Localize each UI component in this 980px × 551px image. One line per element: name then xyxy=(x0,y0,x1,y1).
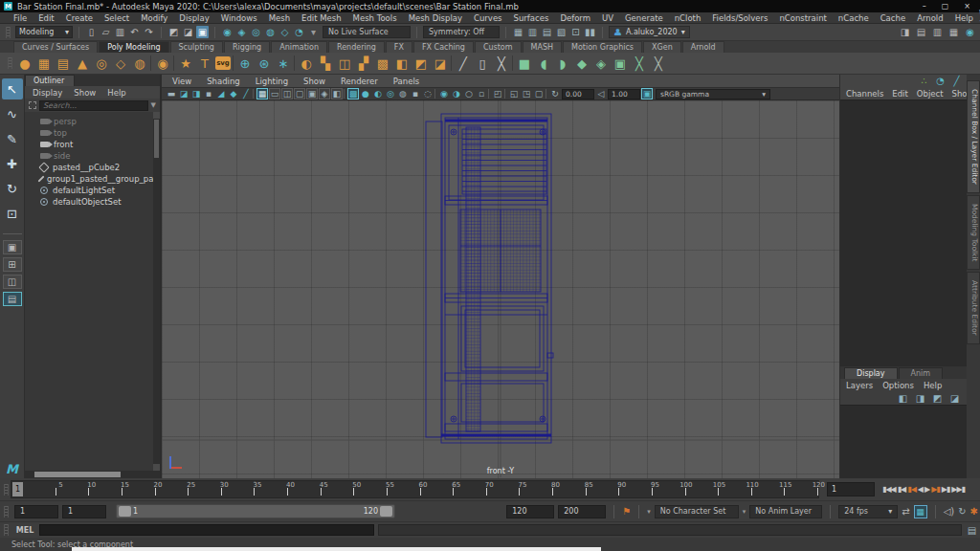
layout-four-pane-button[interactable]: ⊞ xyxy=(3,257,22,272)
menu-item[interactable]: Windows xyxy=(215,13,263,23)
viewport-toolbar-icon[interactable]: ▭ xyxy=(269,88,280,99)
viewport-toolbar-icon[interactable]: ○ xyxy=(463,88,475,99)
menu-item[interactable]: Create xyxy=(60,13,99,23)
sidebar-toggle-icon[interactable]: ▦ xyxy=(947,26,960,38)
shelf-tool-icon[interactable]: ╱ xyxy=(455,55,472,72)
range-start-handle[interactable] xyxy=(119,506,131,517)
shelf-tool-icon[interactable]: ∗ xyxy=(275,55,292,72)
playback-button[interactable]: ▮◀◀ xyxy=(882,485,896,494)
file-op-icon[interactable]: ▥ xyxy=(114,26,126,38)
shelf-tool-icon[interactable]: ╳ xyxy=(631,55,648,72)
new-layer-icon[interactable]: ◨ xyxy=(914,392,926,405)
viewport-toolbar-icon[interactable]: ◉ xyxy=(438,88,450,99)
shelf-tool-icon[interactable]: ▣ xyxy=(612,55,629,72)
viewport-toolbar-icon[interactable]: ▪ xyxy=(203,88,214,99)
viewport-toolbar-icon[interactable] xyxy=(488,89,491,99)
channel-box-corner-icon[interactable]: ╱ xyxy=(950,75,963,87)
shelf-tool-icon[interactable]: ◧ xyxy=(393,55,411,72)
viewport-toolbar-icon[interactable]: ◧ xyxy=(331,88,343,99)
playback-button[interactable]: ◀ xyxy=(918,485,923,494)
channel-box-menu-item[interactable]: Edit xyxy=(892,89,907,99)
viewport-toolbar-icon[interactable]: ▩ xyxy=(347,88,359,99)
loop-icon[interactable]: ⇄ xyxy=(902,506,909,517)
shelf-tool-icon[interactable]: ◉ xyxy=(154,55,171,72)
render-icon[interactable]: ▮▮ xyxy=(584,26,596,38)
playback-button[interactable]: ▮◀ xyxy=(898,485,906,494)
snap-icon[interactable]: ◎ xyxy=(250,26,262,38)
shelf-tool-icon[interactable]: T xyxy=(196,55,213,72)
viewport-menu-item[interactable]: Shading xyxy=(200,77,247,86)
menu-item[interactable]: nCache xyxy=(833,13,875,23)
viewport-toolbar-icon[interactable]: ◎ xyxy=(385,88,396,99)
playback-button[interactable]: ▶▶▮ xyxy=(951,485,965,494)
selection-mask-icon[interactable]: ◪ xyxy=(182,26,194,38)
outliner-menu-item[interactable]: Help xyxy=(107,88,125,98)
viewport-toolbar-icon[interactable]: ◰ xyxy=(492,88,503,99)
shelf-tool-icon[interactable]: ◐ xyxy=(298,55,315,72)
menu-item[interactable]: UV xyxy=(596,13,619,23)
shelf-tool-icon[interactable]: ◆ xyxy=(573,55,590,72)
command-language-toggle[interactable]: MEL xyxy=(14,526,35,535)
new-layer-icon[interactable]: ◧ xyxy=(897,392,909,405)
outliner-item[interactable]: defaultLightSet xyxy=(40,185,160,196)
shelf-tool-icon[interactable] xyxy=(150,55,152,71)
chevron-down-icon[interactable]: ▼ xyxy=(151,101,156,109)
menu-item[interactable]: Display xyxy=(173,13,214,23)
viewport-toolbar-icon[interactable]: ▦ xyxy=(256,88,268,99)
menu-item[interactable]: Edit xyxy=(33,13,59,23)
menu-item[interactable]: Help xyxy=(949,13,979,23)
layout-single-pane-button[interactable]: ▣ xyxy=(3,240,22,254)
shelf-tab[interactable]: Rigging xyxy=(224,41,270,53)
shelf-tool-icon[interactable] xyxy=(294,55,296,71)
exposure-field[interactable]: 0.00 xyxy=(562,89,594,99)
character-controls-icon[interactable]: ✱ xyxy=(970,506,978,517)
bookmark-icon[interactable]: ⚑ xyxy=(622,506,631,517)
render-icon[interactable]: ▧ xyxy=(555,26,568,38)
viewport-toolbar-icon[interactable]: ▬ xyxy=(166,88,177,99)
menu-item[interactable]: Fields/Solvers xyxy=(706,13,773,23)
animation-start-field[interactable]: 1 xyxy=(14,505,58,518)
layer-editor-menu-item[interactable]: Layers xyxy=(846,381,873,390)
channel-box-menu-item[interactable]: Object xyxy=(917,89,944,99)
shelf-tab[interactable]: FX xyxy=(386,41,412,53)
chevron-down-icon[interactable]: ▾ xyxy=(743,508,746,516)
layer-editor-tab[interactable]: Display xyxy=(844,367,898,379)
color-management-icon[interactable]: ▣ xyxy=(641,88,653,99)
shelf-tool-icon[interactable]: ╳ xyxy=(493,55,510,72)
shelf-tab[interactable]: Arnold xyxy=(682,41,724,53)
new-layer-icon[interactable]: ◪ xyxy=(948,392,961,405)
viewport-toolbar-icon[interactable]: ▣ xyxy=(306,88,318,99)
menu-item[interactable]: Mesh xyxy=(263,13,296,23)
viewport-menu-item[interactable]: View xyxy=(166,77,198,86)
viewport-toolbar-icon[interactable]: ● xyxy=(360,88,371,99)
outliner-search-input[interactable] xyxy=(39,100,148,111)
drag-handle[interactable] xyxy=(6,27,11,38)
viewport-toolbar-icon[interactable]: ◫ xyxy=(281,88,293,99)
viewport-menu-item[interactable]: Show xyxy=(297,77,332,86)
sidebar-toggle-icon[interactable]: ◉ xyxy=(964,26,976,38)
outliner-item[interactable]: persp xyxy=(40,116,160,127)
render-icon[interactable]: ▥ xyxy=(526,26,539,38)
select-tool-button[interactable]: ↖ xyxy=(2,78,23,99)
menu-item[interactable]: Cache xyxy=(875,13,911,23)
filter-icon[interactable] xyxy=(29,101,36,109)
menu-item[interactable]: Arnold xyxy=(911,13,949,23)
command-input[interactable] xyxy=(39,524,374,536)
render-icon[interactable]: ▤ xyxy=(541,26,553,38)
shelf-tool-icon[interactable]: ⊕ xyxy=(236,55,254,72)
viewport-toolbar-icon[interactable]: ▢ xyxy=(294,88,305,99)
outliner-item[interactable]: group1_pasted__group_pasted__past xyxy=(40,173,160,185)
menu-item[interactable]: Select xyxy=(99,13,135,23)
shelf-tool-icon[interactable] xyxy=(451,55,453,71)
close-button[interactable]: × xyxy=(964,2,970,11)
shelf-tool-icon[interactable]: ▯ xyxy=(474,55,491,72)
animation-end-field[interactable]: 200 xyxy=(558,505,606,518)
sidebar-toggle-icon[interactable]: ◨ xyxy=(899,26,911,38)
move-tool-button[interactable]: ✚ xyxy=(2,153,23,174)
chevron-down-icon[interactable]: ▾ xyxy=(647,508,651,516)
paint-select-tool-button[interactable]: ✎ xyxy=(2,128,23,149)
shelf-tool-icon[interactable]: ● xyxy=(16,55,33,72)
menu-item[interactable]: nCloth xyxy=(669,13,707,23)
animation-preferences-icon[interactable]: ▦ xyxy=(914,505,927,518)
playback-button[interactable]: ▮◀ xyxy=(907,485,916,494)
